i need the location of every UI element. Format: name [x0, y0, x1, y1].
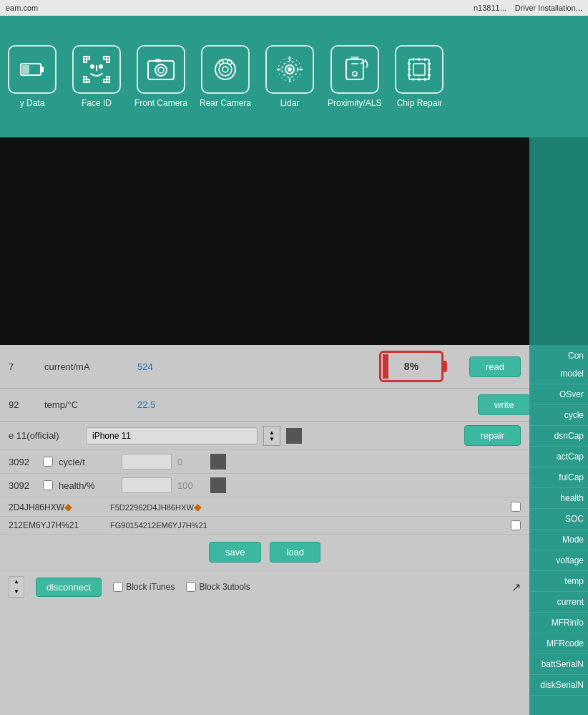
- cycle-value-input[interactable]: 205: [122, 454, 172, 470]
- write-button[interactable]: write: [478, 394, 530, 415]
- save-button[interactable]: save: [209, 542, 261, 563]
- health-square-btn[interactable]: [210, 477, 226, 493]
- disconnect-button[interactable]: disconnect: [36, 578, 102, 597]
- sidebar-item-battsn[interactable]: battSerialN: [529, 654, 588, 675]
- right-sidebar: Con model OSver cycle dsnCap actCap fulC…: [529, 137, 588, 715]
- svg-point-15: [155, 64, 167, 76]
- svg-rect-14: [148, 61, 174, 79]
- current-value: 524: [137, 361, 180, 372]
- health-value-input[interactable]: 99.7: [122, 477, 172, 493]
- nav-item-chip-repair[interactable]: Chip Repair: [387, 23, 451, 130]
- health-checkbox-wrap: [43, 480, 53, 490]
- lidar-icon: [265, 45, 314, 94]
- sidebar-item-mode[interactable]: Mode: [529, 530, 588, 550]
- battery-section: 8%: [379, 351, 444, 382]
- nav-item-rear-camera[interactable]: Rear Camera: [193, 23, 258, 130]
- rear-camera-icon: [201, 45, 250, 94]
- cursor-pointer: ↗: [511, 580, 521, 594]
- sidebar-item-model[interactable]: model: [529, 364, 588, 384]
- svg-point-11: [90, 64, 94, 69]
- svg-point-33: [353, 72, 357, 76]
- sidebar-item-voltage[interactable]: voltage: [529, 550, 588, 571]
- block-itunes-label[interactable]: Block iTunes: [113, 582, 175, 592]
- display-area: [0, 137, 529, 345]
- face-id-icon: [72, 45, 121, 94]
- sidebar-item-disksn[interactable]: diskSerialN: [529, 675, 588, 696]
- temp-value: 22.5: [137, 399, 180, 410]
- action-buttons: save load: [0, 535, 529, 570]
- health-row: 3092 health/% 99.7 100: [0, 474, 529, 497]
- sidebar-item-osver[interactable]: OSver: [529, 384, 588, 405]
- svg-rect-34: [351, 63, 358, 64]
- load-button[interactable]: load: [270, 542, 320, 563]
- current-row: 7 current/mA 524 8% read: [0, 345, 529, 389]
- sidebar-item-dsncap[interactable]: dsnCap: [529, 426, 588, 447]
- model-square-btn[interactable]: [286, 428, 302, 444]
- port-spinner-down[interactable]: ▼: [9, 587, 24, 597]
- health-id: 3092: [9, 480, 37, 491]
- nav-item-battery-data[interactable]: y Data: [0, 23, 64, 130]
- sidebar-item-mfrinfo[interactable]: MFRinfo: [529, 613, 588, 633]
- nav-item-front-label: Front Camera: [134, 98, 187, 108]
- read-button[interactable]: read: [469, 356, 521, 377]
- serial2-short: 212EM6YJ7H%21: [9, 520, 102, 530]
- battery-fill: [383, 354, 388, 379]
- port-spinner-up[interactable]: ▲: [9, 577, 24, 587]
- nav-item-front-camera[interactable]: Front Camera: [129, 23, 193, 130]
- svg-rect-31: [346, 59, 363, 79]
- block-itunes-checkbox[interactable]: [113, 582, 123, 592]
- chip-repair-icon: [395, 45, 444, 94]
- nav-item-proximity[interactable]: Proximity/ALS: [322, 23, 387, 130]
- sidebar-item-soc[interactable]: SOC: [529, 509, 588, 530]
- nav-item-lidar-label: Lidar: [280, 98, 300, 108]
- model-select[interactable]: iPhone 11: [86, 427, 258, 444]
- current-id: 7: [9, 361, 30, 372]
- block-3utools-checkbox[interactable]: [186, 582, 196, 592]
- browser-url: eam.com: [6, 4, 38, 12]
- health-label: health/%: [59, 480, 116, 491]
- serial1-checkbox[interactable]: [511, 502, 521, 512]
- cycle-square-btn[interactable]: [210, 454, 226, 470]
- driver-label: Driver Installation...: [515, 4, 582, 12]
- repair-spacer: repair: [464, 425, 521, 446]
- sidebar-item-cycle[interactable]: cycle: [529, 405, 588, 426]
- sidebar-item-temp[interactable]: temp: [529, 571, 588, 592]
- sidebar-item-health[interactable]: health: [529, 488, 588, 509]
- battery-indicator: 8%: [379, 351, 444, 382]
- port-spinner[interactable]: ▲ ▼: [9, 576, 24, 598]
- nav-item-face-id[interactable]: Face ID: [64, 23, 129, 130]
- svg-rect-32: [351, 57, 359, 60]
- health-alt: 100: [177, 480, 199, 491]
- header-title: n13811...: [474, 4, 506, 12]
- model-spinner[interactable]: ▲ ▼: [263, 426, 280, 446]
- sidebar-item-mfrcode[interactable]: MFRcode: [529, 633, 588, 654]
- battery-data-icon: [8, 45, 57, 94]
- sidebar-item-current[interactable]: current: [529, 592, 588, 613]
- temp-label: temp/°C: [44, 399, 123, 410]
- svg-point-12: [99, 64, 103, 69]
- serial2-checkbox[interactable]: [511, 520, 521, 530]
- nav-item-rear-label: Rear Camera: [200, 98, 251, 108]
- serial1-short: 2D4JH86HXW◆: [9, 501, 102, 512]
- temp-row: 92 temp/°C 22.5 write: [0, 389, 529, 422]
- cycle-id: 3092: [9, 457, 37, 467]
- battery-percent: 8%: [404, 361, 418, 372]
- write-spacer: write: [478, 394, 521, 415]
- block-3utools-label[interactable]: Block 3utools: [186, 582, 250, 592]
- serial-row-1: 2D4JH86HXW◆ F5D22962D4JH86HXW◆: [0, 497, 529, 517]
- repair-button[interactable]: repair: [464, 425, 521, 446]
- cycle-label: cycle/t: [59, 457, 116, 467]
- read-btn-section: read: [469, 356, 521, 377]
- serial2-long: FG90154212EM6YJ7H%21: [110, 521, 502, 530]
- sidebar-item-actcap[interactable]: actCap: [529, 447, 588, 467]
- health-checkbox[interactable]: [43, 480, 53, 490]
- block-3utools-text: Block 3utools: [199, 582, 250, 592]
- nav-item-proximity-label: Proximity/ALS: [328, 98, 381, 108]
- svg-rect-2: [22, 65, 29, 74]
- cycle-checkbox[interactable]: [43, 457, 53, 467]
- model-row: e 11(official) iPhone 11 ▲ ▼ repair: [0, 422, 529, 450]
- nav-item-face-label: Face ID: [82, 98, 112, 108]
- sidebar-item-fulcap[interactable]: fulCap: [529, 467, 588, 488]
- nav-item-lidar[interactable]: Lidar: [258, 23, 322, 130]
- sidebar-display-area: [529, 137, 588, 345]
